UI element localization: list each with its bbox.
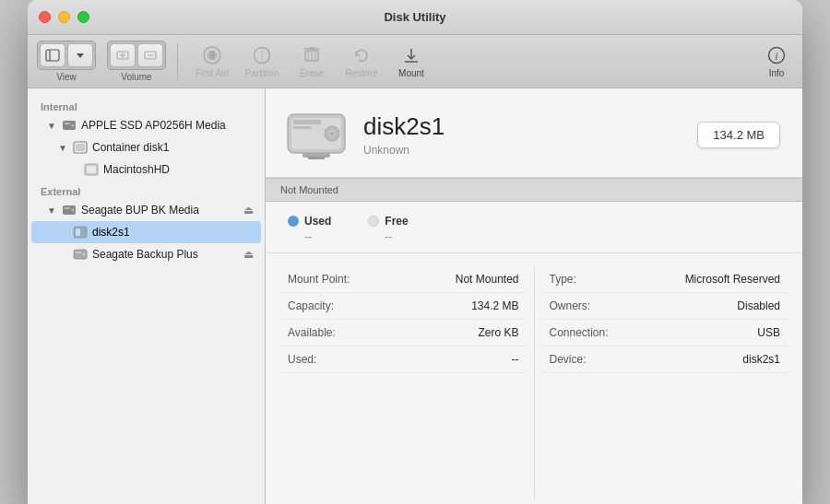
mount-label: Mount [398, 68, 424, 78]
expand-seagate-icon: ▼ [46, 205, 57, 216]
eject-icon[interactable]: ⏏ [240, 204, 254, 217]
status-label: Not Mounted [280, 184, 338, 195]
usage-area: Used -- Free -- [266, 202, 802, 253]
usage-used: Used -- [288, 215, 331, 243]
erase-button[interactable]: Erase [289, 42, 335, 80]
info-icon: i [767, 44, 786, 66]
info-row: Capacity:134.2 MB [280, 293, 527, 320]
minimize-button[interactable] [58, 11, 70, 23]
info-row-label: Type: [550, 273, 576, 286]
info-col-right: Type:Microsoft ReservedOwners:DisabledCo… [542, 266, 788, 499]
title-bar: Disk Utility [28, 0, 802, 35]
svg-rect-48 [308, 157, 325, 159]
sidebar-item-macintoshhd[interactable]: ▶ MacintoshHD [31, 158, 261, 181]
info-row: Connection:USB [542, 320, 788, 346]
main-content: Internal ▼ APPLE SSD AP0256H Media ▼ [28, 88, 802, 504]
svg-point-46 [331, 133, 334, 135]
info-row-label: Available: [288, 326, 336, 339]
info-label: Info [769, 68, 785, 78]
window-title: Disk Utility [384, 10, 445, 24]
detail-header: disk2s1 Unknown 134.2 MB [266, 88, 802, 178]
svg-text:i: i [775, 50, 777, 63]
view-group: View [37, 41, 96, 82]
usage-used-label: Used [288, 215, 331, 228]
usage-used-value: -- [288, 230, 331, 243]
volume-btn-group [107, 41, 166, 70]
svg-rect-26 [65, 123, 70, 124]
info-row-label: Capacity: [288, 299, 334, 312]
info-row: Type:Microsoft Reserved [542, 266, 788, 293]
info-row-value: disk2s1 [742, 353, 780, 366]
usage-free: Free -- [368, 215, 408, 243]
info-row-value: Zero KB [478, 326, 518, 339]
sidebar-section-external: External [28, 181, 265, 199]
sidebar-item-label: Seagate Backup Plus [92, 248, 236, 261]
svg-rect-33 [65, 207, 70, 209]
sidebar-item-label: APPLE SSD AP0256H Media [81, 119, 254, 132]
view-label: View [56, 72, 77, 82]
sidebar-item-disk2s1[interactable]: ▶ disk2s1 [31, 221, 261, 243]
maximize-button[interactable] [77, 11, 89, 23]
sidebar-item-apple-ssd[interactable]: ▼ APPLE SSD AP0256H Media [31, 114, 261, 136]
close-button[interactable] [39, 11, 51, 23]
view-sidebar-button[interactable] [40, 43, 65, 67]
volume-add-button[interactable] [110, 43, 136, 67]
free-dot [368, 216, 379, 227]
view-dropdown-button[interactable] [67, 43, 93, 67]
info-button[interactable]: i Info [760, 42, 793, 80]
svg-rect-29 [76, 144, 85, 151]
first-aid-button[interactable]: First Aid [189, 42, 235, 80]
restore-label: Restore [345, 68, 377, 78]
sidebar: Internal ▼ APPLE SSD AP0256H Media ▼ [28, 88, 266, 504]
volume-label: Volume [121, 72, 151, 82]
svg-marker-2 [77, 53, 84, 58]
disk-image-icon [284, 107, 349, 162]
restore-button[interactable]: Restore [338, 42, 385, 80]
partition-button[interactable]: Partition [239, 42, 285, 80]
svg-point-27 [72, 124, 75, 127]
detail-panel: disk2s1 Unknown 134.2 MB Not Mounted Use… [266, 88, 802, 504]
partition-icon [252, 44, 272, 66]
sidebar-item-container-disk1[interactable]: ▼ Container disk1 [31, 136, 261, 158]
sidebar-item-label: disk2s1 [92, 226, 254, 239]
erase-label: Erase [300, 68, 324, 78]
sidebar-item-seagate-bup[interactable]: ▼ Seagate BUP BK Media ⏏ [31, 199, 261, 221]
sidebar-item-seagate-backup-plus[interactable]: ▶ Seagate Backup Plus ⏏ [31, 243, 261, 265]
expand-apple-ssd-icon: ▼ [46, 120, 57, 131]
svg-rect-0 [46, 50, 59, 61]
info-row-label: Device: [550, 353, 587, 366]
info-col-left: Mount Point:Not MountedCapacity:134.2 MB… [280, 266, 527, 499]
volume-remove-button[interactable] [137, 43, 163, 67]
info-row: Device:disk2s1 [542, 346, 788, 373]
info-row-label: Mount Point: [288, 273, 350, 286]
drive-icon [61, 117, 77, 134]
info-row-label: Used: [288, 353, 316, 366]
first-aid-icon [202, 44, 222, 66]
external-drive-icon [61, 202, 77, 218]
usage-free-label: Free [368, 215, 408, 228]
info-row: Available:Zero KB [280, 320, 527, 346]
app-window: Disk Utility View [28, 0, 802, 504]
svg-rect-38 [76, 252, 81, 253]
svg-point-39 [83, 253, 86, 256]
eject-backup-icon[interactable]: ⏏ [240, 248, 254, 261]
partition-label: Partition [245, 68, 279, 78]
detail-disk-name: disk2s1 [363, 112, 682, 141]
svg-rect-13 [208, 54, 216, 57]
info-row-label: Connection: [550, 326, 609, 339]
sidebar-item-label: Seagate BUP BK Media [81, 204, 236, 217]
toolbar: View Volume [28, 35, 802, 88]
svg-rect-42 [293, 120, 321, 124]
toolbar-separator-1 [177, 43, 178, 80]
window-controls [39, 11, 89, 23]
detail-size-badge: 134.2 MB [697, 122, 780, 148]
svg-rect-31 [87, 166, 96, 173]
svg-rect-36 [76, 229, 80, 236]
view-btn-group [37, 41, 96, 70]
mount-button[interactable]: Mount [388, 42, 434, 80]
info-row: Mount Point:Not Mounted [280, 266, 527, 293]
erase-icon [302, 44, 322, 66]
info-row-value: 134.2 MB [471, 299, 518, 312]
info-row-value: -- [512, 353, 519, 366]
sidebar-item-label: Container disk1 [92, 141, 254, 154]
